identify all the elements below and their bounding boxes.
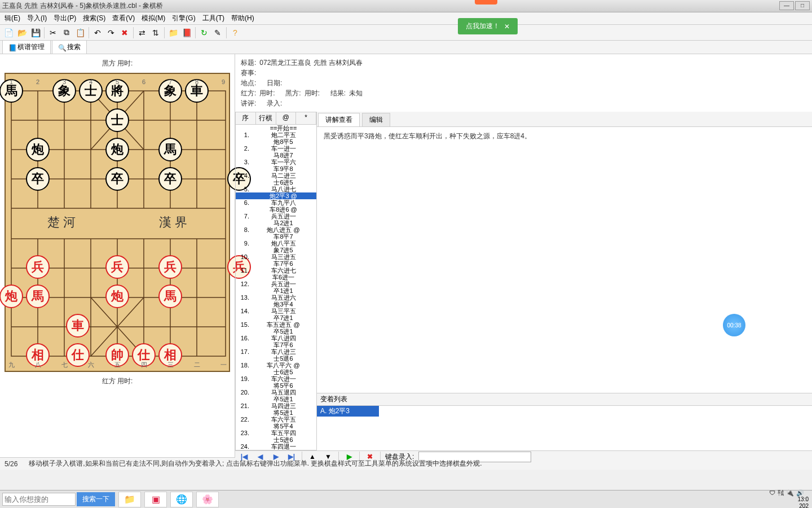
move-row[interactable]: 1.炮二平五: [236, 132, 316, 138]
menu-edit[interactable]: 辑(E): [1, 12, 24, 24]
move-row[interactable]: 15.车五进五 @: [236, 321, 316, 328]
move-row[interactable]: 车7平6: [236, 341, 316, 348]
move-row[interactable]: 3.车一平六: [236, 159, 316, 165]
move-row[interactable]: 卒5进1: [236, 328, 316, 335]
move-row[interactable]: 士5进6: [236, 436, 316, 443]
annotate-icon[interactable]: ✎: [211, 27, 224, 39]
tab-search[interactable]: 🔍搜索: [52, 40, 87, 54]
taskbar-clock[interactable]: 🛡㍻🔌🔊 13:0202: [769, 489, 809, 509]
open-icon[interactable]: 📂: [16, 27, 28, 39]
move-row[interactable]: 马2进1: [236, 220, 316, 226]
book-icon[interactable]: 📕: [180, 27, 193, 39]
move-row[interactable]: 14.马三平五: [236, 308, 316, 314]
move-row[interactable]: 炮3平4: [236, 301, 316, 308]
menu-export[interactable]: 导出(P): [50, 12, 80, 24]
menu-engine[interactable]: 引擎(G): [169, 12, 198, 24]
taskbar-app-chrome[interactable]: 🌐: [170, 492, 193, 507]
move-row[interactable]: 士5退6: [236, 355, 316, 362]
taskbar-search-input[interactable]: [2, 493, 76, 506]
move-row[interactable]: 士6进5: [236, 369, 316, 375]
move-row[interactable]: 将5平6: [236, 382, 316, 389]
menu-tools[interactable]: 工具(T): [199, 12, 228, 24]
taskbar-app-explorer[interactable]: 📁: [118, 492, 141, 507]
move-row[interactable]: 10.马三进五: [236, 253, 316, 260]
paste-icon[interactable]: 📋: [74, 27, 86, 39]
minimize-button[interactable]: —: [779, 1, 794, 10]
move-row[interactable]: 将5平4: [236, 423, 316, 430]
move-row[interactable]: 4.马二进三: [236, 172, 316, 179]
move-row[interactable]: 将5进1: [236, 409, 316, 416]
move-row[interactable]: 2.车一进一: [236, 145, 316, 152]
close-icon[interactable]: ✕: [504, 23, 510, 30]
move-row[interactable]: 6.车九平八: [236, 199, 316, 206]
folder-icon[interactable]: 📁: [167, 27, 179, 39]
tab-comment-view[interactable]: 讲解查看: [318, 113, 360, 126]
move-row[interactable]: 24.车四退一: [236, 443, 316, 450]
move-row[interactable]: 13.马五进六: [236, 294, 316, 301]
move-row[interactable]: 17.车八进三: [236, 348, 316, 355]
swap-icon[interactable]: ⇄: [136, 27, 148, 39]
menu-help[interactable]: 帮助(H): [228, 12, 258, 24]
piece-black[interactable]: 卒: [26, 167, 50, 191]
move-row[interactable]: 19.车六进一: [236, 375, 316, 382]
copy-icon[interactable]: ⧉: [60, 27, 73, 39]
refresh-icon[interactable]: ↻: [198, 27, 210, 39]
piece-black[interactable]: 卒: [105, 167, 129, 191]
move-row[interactable]: 车7平6: [236, 260, 316, 267]
taskbar-app-sakura[interactable]: 🌸: [196, 492, 219, 507]
piece-black[interactable]: 卒: [158, 167, 182, 191]
piece-red[interactable]: 馬: [26, 284, 50, 308]
menu-search[interactable]: 搜索(S): [80, 12, 109, 24]
menu-import[interactable]: 导入(I): [24, 12, 50, 24]
taskbar-app-powerpoint[interactable]: ▣: [144, 492, 167, 507]
piece-red[interactable]: 兵: [158, 255, 182, 279]
move-row[interactable]: 卒5进1: [236, 396, 316, 402]
help-icon[interactable]: ?: [229, 27, 241, 39]
chess-board[interactable]: 楚 河漢 界 馬象士將象車士炮炮馬卒卒卒卒兵兵兵兵炮馬炮馬車相仕帥仕相 1234…: [5, 73, 230, 372]
move-row[interactable]: 23.车五平四: [236, 430, 316, 436]
maximize-button[interactable]: □: [795, 1, 810, 10]
move-row[interactable]: 士6进5: [236, 179, 316, 186]
piece-red[interactable]: 車: [66, 314, 90, 338]
taskbar-search-button[interactable]: 搜索一下: [77, 492, 115, 506]
move-row[interactable]: 18.车八平六 @: [236, 362, 316, 369]
piece-red[interactable]: 馬: [158, 284, 182, 308]
menu-simulate[interactable]: 模拟(M): [138, 12, 169, 24]
move-row[interactable]: 16.车八进四: [236, 335, 316, 341]
tab-manage[interactable]: 📘棋谱管理: [2, 40, 51, 54]
piece-red[interactable]: 炮: [105, 284, 129, 308]
move-row[interactable]: 车8平7: [236, 233, 316, 240]
piece-red[interactable]: 兵: [105, 255, 129, 279]
move-row[interactable]: 车9平8: [236, 165, 316, 172]
move-row[interactable]: 12.兵五进一: [236, 281, 316, 287]
move-row[interactable]: 11.车六进七: [236, 267, 316, 274]
move-list[interactable]: 序行棋@* ==开始==1.炮二平五炮8平52.车一进一马8进73.车一平六车9…: [235, 112, 317, 450]
move-row[interactable]: 象7进5: [236, 247, 316, 253]
move-row[interactable]: 7.兵五进一: [236, 213, 316, 220]
save-icon[interactable]: 💾: [29, 27, 42, 39]
move-row[interactable]: 炮8平5: [236, 138, 316, 145]
move-row[interactable]: 22.车六平五: [236, 416, 316, 423]
system-tray[interactable]: 🛡㍻🔌🔊: [769, 489, 804, 496]
new-icon[interactable]: 📄: [2, 27, 15, 39]
cut-icon[interactable]: ✂: [47, 27, 59, 39]
piece-black[interactable]: 炮: [26, 138, 50, 161]
piece-red[interactable]: 仕: [66, 343, 90, 367]
move-row[interactable]: 卒1进1: [236, 287, 316, 294]
move-row[interactable]: 8.炮八进五 @: [236, 226, 316, 233]
move-row[interactable]: 5.马八进七: [236, 186, 316, 192]
menu-view[interactable]: 查看(V): [109, 12, 138, 24]
move-row[interactable]: ==开始==: [236, 125, 316, 132]
piece-black[interactable]: 馬: [158, 138, 182, 161]
redo-icon[interactable]: ↷: [105, 27, 117, 39]
move-row[interactable]: 20.马五退四: [236, 389, 316, 396]
accelerate-toast[interactable]: 点我加速！✕: [458, 18, 518, 34]
move-row[interactable]: 9.炮八平五: [236, 240, 316, 247]
piece-red[interactable]: 兵: [26, 255, 50, 279]
flip-icon[interactable]: ⇅: [149, 27, 162, 39]
move-row[interactable]: 炮2平3 @: [236, 192, 316, 199]
move-row[interactable]: 卒7进1: [236, 314, 316, 321]
move-row[interactable]: 马8进7: [236, 152, 316, 159]
move-row[interactable]: 车8进6 @: [236, 206, 316, 213]
piece-black[interactable]: 士: [105, 108, 129, 132]
